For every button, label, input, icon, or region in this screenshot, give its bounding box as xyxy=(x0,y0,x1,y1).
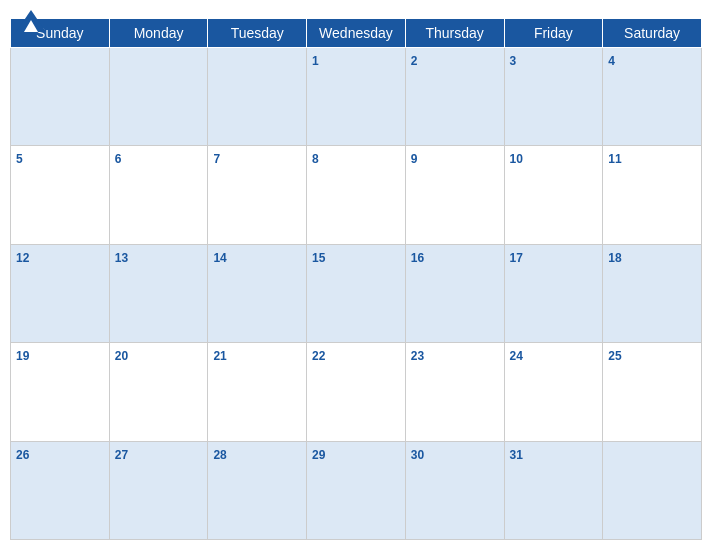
calendar-day-20: 20 xyxy=(109,343,208,441)
calendar-week-3: 12131415161718 xyxy=(11,244,702,342)
calendar-day-28: 28 xyxy=(208,441,307,539)
calendar-day-10: 10 xyxy=(504,146,603,244)
day-number: 22 xyxy=(312,349,325,363)
calendar-day-13: 13 xyxy=(109,244,208,342)
calendar-day-31: 31 xyxy=(504,441,603,539)
day-number: 5 xyxy=(16,152,23,166)
calendar-day-5: 5 xyxy=(11,146,110,244)
calendar-day-24: 24 xyxy=(504,343,603,441)
day-number: 20 xyxy=(115,349,128,363)
day-number: 25 xyxy=(608,349,621,363)
day-number: 9 xyxy=(411,152,418,166)
day-number: 6 xyxy=(115,152,122,166)
calendar-day-3: 3 xyxy=(504,48,603,146)
calendar-week-2: 567891011 xyxy=(11,146,702,244)
day-number: 16 xyxy=(411,251,424,265)
calendar-day-7: 7 xyxy=(208,146,307,244)
calendar-day-19: 19 xyxy=(11,343,110,441)
day-number: 30 xyxy=(411,448,424,462)
calendar-day-18: 18 xyxy=(603,244,702,342)
calendar-day-empty xyxy=(11,48,110,146)
calendar-day-23: 23 xyxy=(405,343,504,441)
dow-header-wednesday: Wednesday xyxy=(307,19,406,48)
calendar-day-15: 15 xyxy=(307,244,406,342)
dow-header-saturday: Saturday xyxy=(603,19,702,48)
calendar-day-17: 17 xyxy=(504,244,603,342)
day-number: 19 xyxy=(16,349,29,363)
day-number: 11 xyxy=(608,152,621,166)
calendar-day-12: 12 xyxy=(11,244,110,342)
day-number: 27 xyxy=(115,448,128,462)
logo xyxy=(16,10,46,32)
day-number: 24 xyxy=(510,349,523,363)
calendar-day-21: 21 xyxy=(208,343,307,441)
day-number: 7 xyxy=(213,152,220,166)
calendar-table: SundayMondayTuesdayWednesdayThursdayFrid… xyxy=(10,18,702,540)
dow-header-monday: Monday xyxy=(109,19,208,48)
dow-header-thursday: Thursday xyxy=(405,19,504,48)
calendar-day-4: 4 xyxy=(603,48,702,146)
day-number: 17 xyxy=(510,251,523,265)
calendar-day-14: 14 xyxy=(208,244,307,342)
calendar-day-25: 25 xyxy=(603,343,702,441)
calendar-day-22: 22 xyxy=(307,343,406,441)
day-number: 13 xyxy=(115,251,128,265)
calendar-header xyxy=(0,0,712,14)
calendar-week-5: 262728293031 xyxy=(11,441,702,539)
calendar-day-29: 29 xyxy=(307,441,406,539)
calendar-day-26: 26 xyxy=(11,441,110,539)
calendar-day-empty xyxy=(208,48,307,146)
calendar-day-11: 11 xyxy=(603,146,702,244)
dow-header-tuesday: Tuesday xyxy=(208,19,307,48)
day-number: 18 xyxy=(608,251,621,265)
day-number: 23 xyxy=(411,349,424,363)
calendar-week-4: 19202122232425 xyxy=(11,343,702,441)
day-number: 14 xyxy=(213,251,226,265)
calendar-body: SundayMondayTuesdayWednesdayThursdayFrid… xyxy=(0,14,712,550)
day-number: 2 xyxy=(411,54,418,68)
day-number: 10 xyxy=(510,152,523,166)
day-number: 15 xyxy=(312,251,325,265)
calendar-day-27: 27 xyxy=(109,441,208,539)
calendar-day-2: 2 xyxy=(405,48,504,146)
day-number: 26 xyxy=(16,448,29,462)
day-number: 31 xyxy=(510,448,523,462)
calendar-day-30: 30 xyxy=(405,441,504,539)
calendar-day-1: 1 xyxy=(307,48,406,146)
day-number: 21 xyxy=(213,349,226,363)
day-number: 8 xyxy=(312,152,319,166)
calendar-day-9: 9 xyxy=(405,146,504,244)
calendar-day-empty xyxy=(109,48,208,146)
logo-icon xyxy=(16,10,46,32)
calendar-header-row: SundayMondayTuesdayWednesdayThursdayFrid… xyxy=(11,19,702,48)
day-number: 12 xyxy=(16,251,29,265)
calendar-day-empty xyxy=(603,441,702,539)
calendar-day-16: 16 xyxy=(405,244,504,342)
calendar-day-6: 6 xyxy=(109,146,208,244)
day-number: 1 xyxy=(312,54,319,68)
day-number: 3 xyxy=(510,54,517,68)
calendar-week-1: 1234 xyxy=(11,48,702,146)
dow-header-friday: Friday xyxy=(504,19,603,48)
day-number: 4 xyxy=(608,54,615,68)
calendar-day-8: 8 xyxy=(307,146,406,244)
day-number: 28 xyxy=(213,448,226,462)
day-number: 29 xyxy=(312,448,325,462)
